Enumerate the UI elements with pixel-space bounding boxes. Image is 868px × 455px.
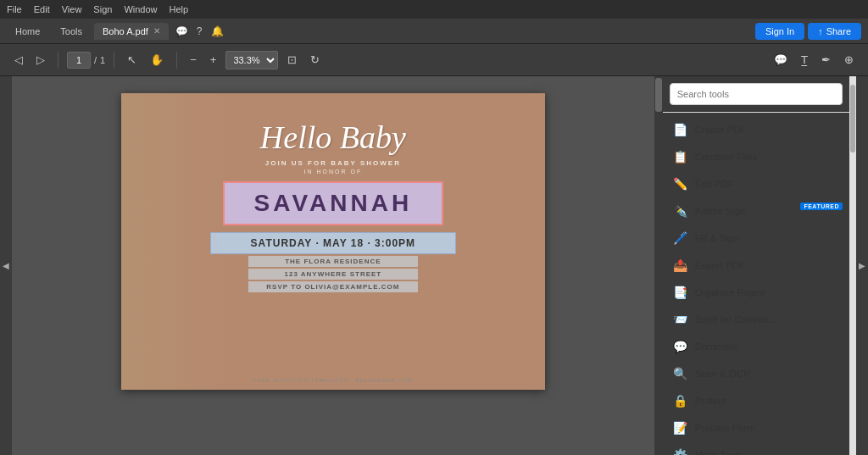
- tab-file-label: Boho A.pdf: [103, 26, 148, 36]
- menu-bar: File Edit View Sign Window Help: [0, 0, 868, 19]
- rsvp-info: RSVP TO OLIVIA@EXAMPLE.COM: [248, 281, 418, 292]
- toolbar-back-button[interactable]: ◁: [10, 51, 27, 69]
- chat-icon[interactable]: 💬: [175, 25, 188, 37]
- tool-label-create-pdf: Create PDF: [695, 125, 747, 135]
- tool-icon-combine-files: 📋: [673, 149, 688, 164]
- event-date: SATURDAY · MAY 18 · 3:00PM: [211, 237, 455, 249]
- zoom-out-button[interactable]: −: [186, 51, 201, 69]
- tool-icon-fill-sign: 🖊️: [673, 230, 688, 246]
- tools-search-area: [663, 76, 849, 113]
- right-panel-scrollbar[interactable]: [849, 76, 856, 455]
- menu-help[interactable]: Help: [170, 4, 189, 14]
- date-box: SATURDAY · MAY 18 · 3:00PM: [210, 232, 456, 254]
- share-label: Share: [826, 26, 851, 36]
- tool-icon-more-tools: ⚙️: [673, 447, 688, 455]
- tool-icon-organize-pages: 📑: [673, 285, 688, 300]
- tab-tools[interactable]: Tools: [52, 23, 91, 40]
- toolbar-separator-1: [58, 52, 58, 69]
- page-number-input[interactable]: [67, 52, 91, 69]
- tab-home[interactable]: Home: [7, 23, 48, 40]
- zoom-select[interactable]: 33.3% 50% 75% 100%: [225, 51, 278, 69]
- tool-label-more-tools: More Tools...: [695, 450, 751, 455]
- tool-icon-protect: 🔒: [673, 393, 688, 408]
- tool-icon-edit-pdf: ✏️: [673, 176, 688, 191]
- pan-tool-button[interactable]: ⊕: [840, 51, 858, 69]
- menu-file[interactable]: File: [7, 4, 22, 14]
- tool-label-prepare-form: Prepare Form: [695, 423, 755, 433]
- tab-close-button[interactable]: ✕: [153, 26, 160, 36]
- toolbar: ◁ ▷ / 1 ↖ ✋ − + 33.3% 50% 75% 100% ⊡ ↻ 💬…: [0, 44, 868, 76]
- venue-address: 123 ANYWHERE STREET: [248, 269, 418, 280]
- right-panel-toggle[interactable]: ▶: [856, 76, 868, 455]
- fit-page-button[interactable]: ⊡: [283, 51, 301, 69]
- tool-item-more-tools[interactable]: ⚙️More Tools...: [663, 441, 849, 455]
- tool-item-protect[interactable]: 🔒Protect: [663, 387, 849, 414]
- tool-label-edit-pdf: Edit PDF: [695, 179, 734, 189]
- tool-label-protect: Protect: [695, 396, 726, 406]
- tool-icon-adobe-sign: ✒️: [673, 203, 688, 219]
- floral-left-decoration: [121, 93, 223, 390]
- hand-tool-button[interactable]: ✋: [146, 51, 168, 69]
- tool-item-comment[interactable]: 💬Comment: [663, 333, 849, 360]
- pdf-viewer[interactable]: Hello Baby JOIN US FOR BABY SHOWER IN HO…: [12, 76, 654, 455]
- tool-item-adobe-sign[interactable]: ✒️Adobe SignFEATURED: [663, 197, 849, 225]
- tab-icons: 💬 ? 🔔: [175, 25, 224, 37]
- tool-item-prepare-form[interactable]: 📝Prepare Form: [663, 414, 849, 441]
- bell-icon[interactable]: 🔔: [211, 25, 224, 37]
- tool-icon-export-pdf: 📤: [673, 258, 688, 273]
- tool-item-combine-files[interactable]: 📋Combine Files: [663, 143, 849, 170]
- share-icon: ↑: [818, 26, 823, 36]
- tool-item-edit-pdf[interactable]: ✏️Edit PDF: [663, 170, 849, 197]
- tool-icon-create-pdf: 📄: [673, 122, 688, 137]
- right-panel-scrollbar-thumb[interactable]: [850, 85, 855, 153]
- pdf-scrollbar[interactable]: [654, 76, 663, 455]
- search-tools-input[interactable]: [670, 83, 843, 105]
- right-panel: 📄Create PDF📋Combine Files✏️Edit PDF✒️Ado…: [663, 76, 849, 455]
- tool-item-organize-pages[interactable]: 📑Organize Pages: [663, 279, 849, 306]
- zoom-in-button[interactable]: +: [206, 51, 221, 69]
- toolbar-separator-2: [114, 52, 114, 69]
- tool-label-scan-ocr: Scan & OCR: [695, 369, 751, 379]
- menu-window[interactable]: Window: [124, 4, 157, 14]
- tool-label-export-pdf: Export PDF: [695, 260, 745, 270]
- page-total: 1: [100, 55, 105, 65]
- menu-sign[interactable]: Sign: [93, 4, 112, 14]
- pdf-page: Hello Baby JOIN US FOR BABY SHOWER IN HO…: [121, 93, 545, 390]
- page-separator: /: [94, 55, 97, 65]
- tab-file[interactable]: Boho A.pdf ✕: [94, 23, 169, 40]
- page-navigation: / 1: [67, 52, 105, 69]
- name-box: SAVANNAH: [223, 181, 443, 225]
- tool-label-combine-files: Combine Files: [695, 152, 758, 162]
- share-button[interactable]: ↑ Share: [808, 23, 861, 40]
- tool-icon-send-comment: 📨: [673, 312, 688, 327]
- tools-list: 📄Create PDF📋Combine Files✏️Edit PDF✒️Ado…: [663, 113, 849, 455]
- tool-item-send-comment[interactable]: 📨Send for Comme...: [663, 306, 849, 333]
- menu-view[interactable]: View: [62, 4, 82, 14]
- left-panel-toggle[interactable]: ◀: [0, 76, 12, 455]
- toolbar-forward-button[interactable]: ▷: [32, 51, 49, 69]
- tool-label-send-comment: Send for Comme...: [695, 314, 777, 325]
- tool-label-fill-sign: Fill & Sign: [695, 233, 739, 243]
- featured-badge-adobe-sign: FEATURED: [800, 203, 843, 210]
- menu-edit[interactable]: Edit: [34, 4, 50, 14]
- highlight-tool-button[interactable]: T̲: [797, 51, 812, 69]
- tool-icon-prepare-form: 📝: [673, 420, 688, 436]
- tool-item-create-pdf[interactable]: 📄Create PDF: [663, 116, 849, 143]
- comment-tool-button[interactable]: 💬: [770, 51, 792, 69]
- sign-tool-button[interactable]: ✒: [817, 51, 835, 69]
- tool-item-scan-ocr[interactable]: 🔍Scan & OCR: [663, 360, 849, 387]
- toolbar-separator-3: [176, 52, 177, 69]
- tool-item-export-pdf[interactable]: 📤Export PDF: [663, 252, 849, 279]
- venue-name: THE FLORA RESIDENCE: [248, 256, 418, 267]
- floral-right-decoration: [460, 93, 545, 390]
- tool-icon-comment: 💬: [673, 339, 688, 354]
- pdf-scrollbar-thumb[interactable]: [655, 78, 662, 112]
- rotate-button[interactable]: ↻: [306, 51, 324, 69]
- sign-in-button[interactable]: Sign In: [755, 23, 804, 40]
- tab-bar: Home Tools Boho A.pdf ✕ 💬 ? 🔔 Sign In ↑ …: [0, 19, 868, 44]
- card-background: Hello Baby JOIN US FOR BABY SHOWER IN HO…: [121, 93, 545, 390]
- tool-item-fill-sign[interactable]: 🖊️Fill & Sign: [663, 225, 849, 252]
- help-icon[interactable]: ?: [197, 25, 203, 37]
- cursor-tool-button[interactable]: ↖: [123, 51, 141, 69]
- card-footer: FREE INVITATION TEMPLATES - BEESHOWER.CO…: [121, 378, 545, 383]
